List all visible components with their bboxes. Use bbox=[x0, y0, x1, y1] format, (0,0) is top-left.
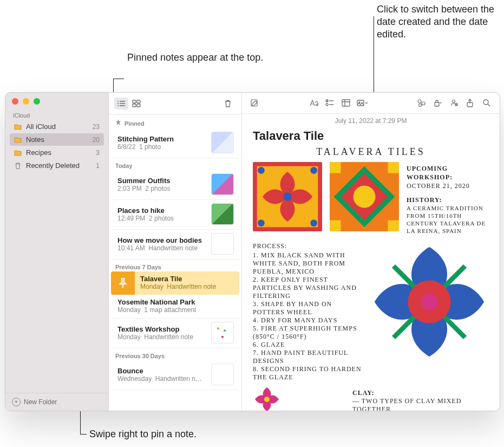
hero-side-copy: UPCOMING WORKSHOP: OCTOBER 21, 2020 HIST… bbox=[407, 162, 489, 235]
svg-point-0 bbox=[117, 101, 119, 102]
tile-image-1 bbox=[253, 162, 322, 231]
plus-icon: + bbox=[12, 398, 21, 406]
note-row-sub: Monday 1 map attachment bbox=[117, 306, 234, 314]
svg-point-33 bbox=[258, 167, 265, 174]
list-group-header: Pinned bbox=[109, 115, 241, 128]
note-row[interactable]: Places to hike12:49 PM 2 photos bbox=[111, 200, 239, 230]
zoom-window-button[interactable] bbox=[34, 98, 40, 105]
tile-image-4 bbox=[253, 387, 345, 411]
svg-point-51 bbox=[264, 397, 270, 402]
svg-rect-43 bbox=[330, 220, 341, 231]
note-list-column: PinnedStitching Pattern6/8/22 1 photoTod… bbox=[109, 93, 242, 411]
pin-icon bbox=[115, 119, 121, 127]
media-menu-button[interactable] bbox=[355, 97, 369, 109]
sidebar-item-count: 23 bbox=[93, 123, 100, 131]
link-notes-button[interactable] bbox=[414, 97, 428, 109]
checklist-button[interactable] bbox=[323, 97, 337, 109]
process-item: 4. DRY FOR MANY DAYS bbox=[253, 316, 362, 325]
notes-window: iCloud All iCloud23Notes20Recipes3Recent… bbox=[5, 92, 500, 411]
delete-note-button[interactable] bbox=[221, 98, 235, 109]
tile-image-3 bbox=[370, 242, 489, 361]
note-row-thumb bbox=[211, 173, 234, 195]
sidebar-item-label: Notes bbox=[26, 135, 88, 144]
list-view-button[interactable] bbox=[114, 98, 128, 109]
note-row-thumb bbox=[211, 233, 234, 255]
svg-rect-24 bbox=[435, 102, 439, 106]
hero-row: UPCOMING WORKSHOP: OCTOBER 21, 2020 HIST… bbox=[253, 162, 489, 235]
process-row: PROCESS: 1. MIX BLACK SAND WITH WHITE SA… bbox=[253, 242, 489, 381]
svg-point-22 bbox=[422, 102, 425, 105]
search-button[interactable] bbox=[479, 97, 493, 109]
minimize-window-button[interactable] bbox=[23, 98, 29, 105]
gallery-view-button[interactable] bbox=[129, 98, 143, 109]
svg-point-40 bbox=[354, 185, 376, 208]
callout-swipe: Swipe right to pin a note. bbox=[89, 428, 197, 440]
svg-rect-16 bbox=[342, 100, 350, 106]
note-row-title: Talavera Tile bbox=[140, 275, 234, 283]
sidebar-item-all-icloud[interactable]: All iCloud23 bbox=[10, 120, 104, 133]
note-row-sub: 12:49 PM 2 photos bbox=[117, 215, 207, 222]
note-row[interactable]: Talavera TileMonday Handwritten note bbox=[111, 271, 239, 295]
svg-rect-9 bbox=[137, 104, 140, 107]
note-detail: July 11, 2022 at 7:29 PM Talavera Tile T… bbox=[242, 93, 500, 411]
note-row-title: Textiles Workshop bbox=[117, 325, 207, 333]
sidebar-section-header: iCloud bbox=[5, 107, 108, 120]
svg-point-25 bbox=[453, 100, 455, 102]
share-button[interactable] bbox=[463, 97, 477, 109]
folder-icon bbox=[14, 123, 22, 131]
note-row[interactable]: BounceWednesday Handwritten n… bbox=[111, 360, 239, 390]
note-row-title: How we move our bodies bbox=[117, 236, 207, 244]
note-row-sub: 6/8/22 1 photo bbox=[117, 143, 207, 151]
note-row[interactable]: Textiles WorkshopMonday Handwritten note bbox=[111, 319, 239, 348]
format-text-button[interactable] bbox=[306, 97, 320, 109]
callout-line bbox=[113, 79, 124, 79]
new-folder-button[interactable]: + New Folder bbox=[5, 393, 108, 411]
clay-list: — TWO TYPES OF CLAY MIXED TOGETHER— ONLY… bbox=[352, 397, 489, 411]
sidebar-item-recipes[interactable]: Recipes3 bbox=[10, 146, 104, 159]
process-item: 1. MIX BLACK SAND WITH WHITE SAND, BOTH … bbox=[253, 251, 362, 276]
note-row-thumb bbox=[211, 132, 234, 153]
note-row[interactable]: Yosemite National ParkMonday 1 map attac… bbox=[111, 295, 239, 319]
pin-action[interactable] bbox=[111, 271, 135, 295]
note-row[interactable]: Stitching Pattern6/8/22 1 photo bbox=[111, 128, 239, 158]
note-title: Talavera Tile bbox=[253, 129, 489, 143]
note-row[interactable]: Summer Outfits2:03 PM 2 photos bbox=[111, 170, 239, 200]
lock-note-button[interactable] bbox=[430, 97, 444, 109]
close-window-button[interactable] bbox=[12, 98, 18, 105]
folder-icon bbox=[14, 149, 22, 157]
process-item: 8. SECOND FIRING TO HARDEN THE GLAZE bbox=[253, 365, 362, 381]
table-button[interactable] bbox=[339, 97, 353, 109]
clay-item: — TWO TYPES OF CLAY MIXED TOGETHER bbox=[352, 397, 489, 411]
sidebar-item-count: 20 bbox=[93, 136, 100, 144]
folder-icon bbox=[14, 136, 22, 144]
svg-rect-7 bbox=[137, 100, 140, 103]
list-group-header: Previous 7 Days bbox=[109, 260, 241, 271]
note-row-sub: Monday Handwritten note bbox=[117, 333, 207, 341]
compose-note-button[interactable] bbox=[247, 97, 261, 109]
note-row-sub: Wednesday Handwritten n… bbox=[117, 375, 207, 383]
note-list: PinnedStitching Pattern6/8/22 1 photoTod… bbox=[109, 115, 241, 411]
sidebar-item-label: Recently Deleted bbox=[26, 161, 91, 170]
note-body[interactable]: Talavera Tile TALAVERA TILES bbox=[242, 126, 500, 411]
process-item: 7. HAND PAINT BEAUTIFUL DESIGNS bbox=[253, 349, 362, 365]
note-timestamp[interactable]: July 11, 2022 at 7:29 PM bbox=[242, 114, 500, 126]
process-item: 6. GLAZE bbox=[253, 341, 362, 349]
process-item: 2. KEEP ONLY FINEST PARTICLES BY WASHING… bbox=[253, 276, 362, 300]
sidebar-item-recently-deleted[interactable]: Recently Deleted1 bbox=[10, 159, 104, 172]
note-row-title: Places to hike bbox=[117, 206, 207, 215]
svg-point-1 bbox=[117, 103, 119, 104]
svg-point-34 bbox=[310, 167, 317, 174]
note-row-sub: Monday Handwritten note bbox=[140, 283, 234, 290]
svg-rect-8 bbox=[133, 104, 136, 107]
svg-point-49 bbox=[421, 294, 438, 310]
svg-rect-42 bbox=[388, 162, 399, 173]
sidebar-item-notes[interactable]: Notes20 bbox=[10, 133, 104, 146]
list-group-header: Today bbox=[109, 158, 241, 170]
callout-pinned: Pinned notes appear at the top. bbox=[127, 51, 263, 64]
note-row-title: Yosemite National Park bbox=[117, 298, 234, 306]
collaborate-button[interactable] bbox=[447, 97, 461, 109]
svg-point-2 bbox=[117, 105, 119, 106]
sidebar-folder-list: All iCloud23Notes20Recipes3Recently Dele… bbox=[5, 120, 108, 172]
note-row[interactable]: How we move our bodies10:41 AM Handwritt… bbox=[111, 230, 239, 260]
note-row-sub: 10:41 AM Handwritten note bbox=[117, 244, 207, 252]
